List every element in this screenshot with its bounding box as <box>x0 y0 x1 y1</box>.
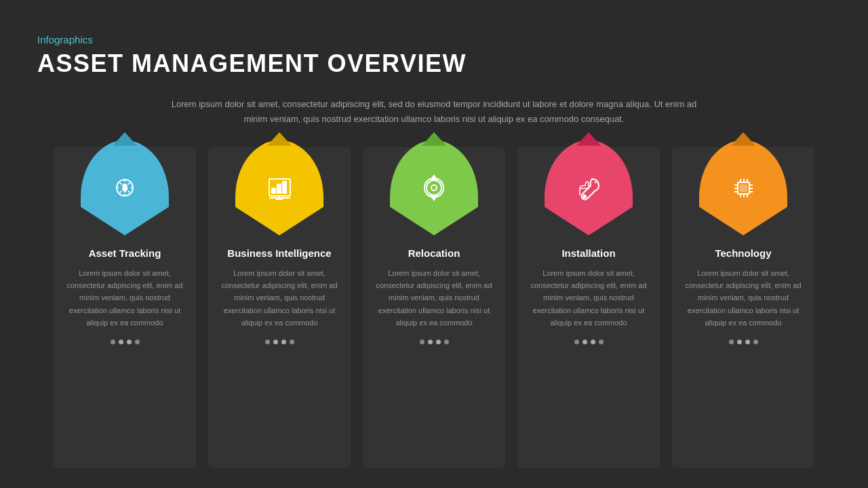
main-title: ASSET MANAGEMENT OVERVIEW <box>37 49 831 78</box>
svg-marker-12 <box>431 196 437 200</box>
card-arrow-pink <box>576 132 601 146</box>
card-title-relocation: Relocation <box>408 247 460 259</box>
svg-rect-3 <box>272 188 275 193</box>
dot <box>265 340 270 344</box>
badge-asset-tracking: $ <box>81 140 169 235</box>
dot <box>574 340 579 344</box>
description-text: Lorem ipsum dolor sit amet, consectetur … <box>170 97 698 127</box>
card-dots-relocation <box>420 340 449 344</box>
card-title-installation: Installation <box>561 247 615 259</box>
cards-container: $ Asset Tracking Lorem ipsum dolor sit a… <box>37 147 831 468</box>
dot <box>737 340 742 344</box>
dot <box>111 340 115 344</box>
dot <box>273 340 278 344</box>
card-relocation: Relocation Lorem ipsum dolor sit amet, c… <box>363 147 505 468</box>
gear-arrows-icon <box>416 169 453 207</box>
badge-business-intelligence <box>235 140 323 235</box>
card-icon-wrapper <box>363 140 505 235</box>
card-icon-wrapper <box>517 140 660 235</box>
dot <box>281 340 286 344</box>
card-icon-wrapper: $ <box>54 140 196 235</box>
dot <box>599 340 604 344</box>
dot <box>420 340 425 344</box>
svg-marker-11 <box>431 176 437 180</box>
dot <box>729 340 734 344</box>
card-arrow-yellow <box>267 132 292 146</box>
circuit-icon <box>725 169 762 207</box>
card-title-technology: Technology <box>715 247 771 259</box>
dot <box>583 340 587 344</box>
dot <box>591 340 595 344</box>
card-title-business-intelligence: Business Intelligence <box>227 247 331 259</box>
card-text-asset-tracking: Lorem ipsum dolor sit amet, consectetur … <box>54 267 196 329</box>
card-text-business-intelligence: Lorem ipsum dolor sit amet, consectetur … <box>208 267 351 329</box>
badge-installation <box>545 140 633 235</box>
page: Infographics ASSET MANAGEMENT OVERVIEW L… <box>0 0 868 488</box>
chart-bar-icon <box>261 169 298 207</box>
card-business-intelligence: Business Intelligence Lorem ipsum dolor … <box>208 147 351 468</box>
card-arrow-orange <box>731 132 755 146</box>
card-dots-installation <box>574 340 604 344</box>
dot <box>135 340 140 344</box>
dot <box>753 340 758 344</box>
dot <box>436 340 441 344</box>
badge-relocation <box>390 140 478 235</box>
badge-technology <box>699 140 787 235</box>
card-arrow-blue <box>113 132 137 146</box>
card-arrow-green <box>422 132 446 146</box>
card-text-technology: Lorem ipsum dolor sit amet, consectetur … <box>672 267 814 329</box>
dot <box>290 340 294 344</box>
card-text-installation: Lorem ipsum dolor sit amet, consectetur … <box>517 267 660 329</box>
card-installation: Installation Lorem ipsum dolor sit amet,… <box>517 147 660 468</box>
dot <box>444 340 449 344</box>
gear-dollar-icon: $ <box>106 169 144 207</box>
dot <box>119 340 123 344</box>
dot <box>428 340 433 344</box>
wrench-thumb-icon <box>570 169 608 207</box>
header: Infographics ASSET MANAGEMENT OVERVIEW <box>37 34 831 78</box>
card-icon-wrapper <box>208 140 351 235</box>
svg-line-14 <box>595 182 596 183</box>
card-dots-technology <box>729 340 758 344</box>
card-dots-asset-tracking <box>111 340 140 344</box>
svg-text:$: $ <box>122 183 127 192</box>
svg-rect-5 <box>283 182 286 193</box>
infographics-label: Infographics <box>37 34 831 45</box>
svg-rect-4 <box>277 184 281 193</box>
dot <box>127 340 132 344</box>
card-technology: Technology Lorem ipsum dolor sit amet, c… <box>672 147 814 468</box>
card-dots-business-intelligence <box>265 340 294 344</box>
svg-rect-28 <box>741 185 747 191</box>
card-text-relocation: Lorem ipsum dolor sit amet, consectetur … <box>363 267 505 329</box>
svg-point-10 <box>431 185 437 190</box>
svg-point-13 <box>583 195 586 198</box>
dot <box>745 340 750 344</box>
card-icon-wrapper <box>672 140 814 235</box>
card-title-asset-tracking: Asset Tracking <box>89 247 161 259</box>
card-asset-tracking: $ Asset Tracking Lorem ipsum dolor sit a… <box>54 147 196 468</box>
svg-point-9 <box>427 180 441 195</box>
